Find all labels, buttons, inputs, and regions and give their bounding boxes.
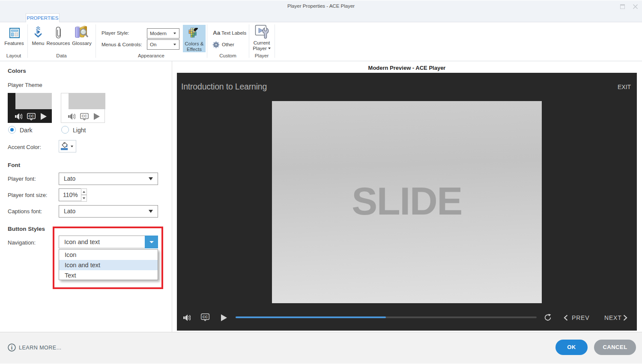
svg-text:CC: CC xyxy=(29,114,34,118)
svg-text:CC: CC xyxy=(203,315,208,319)
svg-text:i: i xyxy=(11,345,13,351)
svg-text:CC: CC xyxy=(82,114,87,118)
